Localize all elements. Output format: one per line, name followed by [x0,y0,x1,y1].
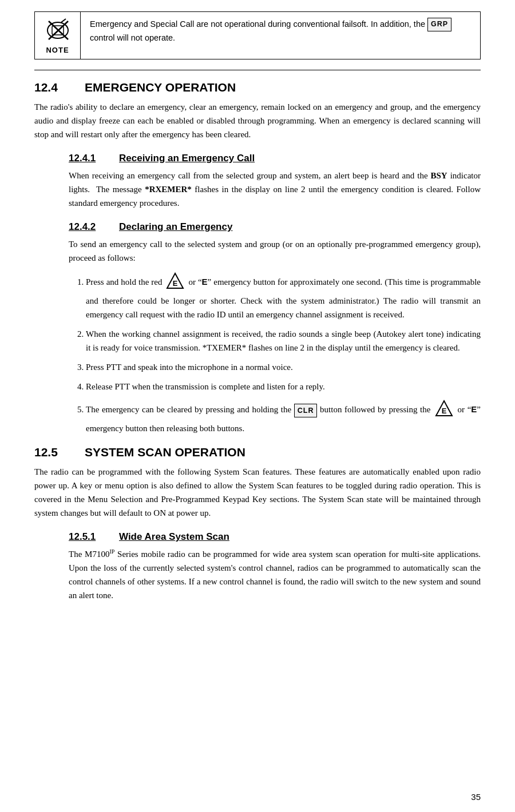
step-4: Release PTT when the transmission is com… [86,380,481,393]
section-12-4-2-title: Declaring an Emergency [119,221,232,233]
section-divider [34,70,481,70]
section-12-4-1-body: When receiving an emergency call from th… [34,169,481,210]
section-12-5-number: 12.5 [34,445,74,459]
step-1: Press and hold the red E or “E” emergenc… [86,272,481,321]
clr-key: CLR [294,404,318,417]
bsy-label: BSY [431,171,447,180]
section-12-4-1-title: Receiving an Emergency Call [119,153,255,164]
step-5: The emergency can be cleared by pressing… [86,399,481,435]
step-3: Press PTT and speak into the microphone … [86,360,481,374]
page-container: NOTE Emergency and Special Call are not … [0,0,515,812]
section-12-4-title: EMERGENCY OPERATION [85,81,236,94]
grp-key: GRP [427,18,451,31]
section-12-5-1-heading: 12.5.1 Wide Area System Scan [34,531,481,543]
rxemer-label: *RXEMER* [145,185,192,194]
note-icon-cell: NOTE [35,12,81,59]
section-12-5-1-title: Wide Area System Scan [119,531,229,543]
section-12-5-1-number: 12.5.1 [69,531,109,543]
svg-line-1 [61,19,66,22]
emergency-button-icon-2: E [435,399,453,421]
svg-text:E: E [442,407,447,415]
emergency-button-icon-1: E [166,272,184,294]
note-box: NOTE Emergency and Special Call are not … [34,11,481,59]
section-12-4-2-intro: To send an emergency call to the selecte… [34,237,481,265]
section-12-4-2-number: 12.4.2 [69,221,109,233]
section-12-4-2-heading: 12.4.2 Declaring an Emergency [34,221,481,233]
note-label: NOTE [46,46,69,54]
section-12-4-1-number: 12.4.1 [69,153,109,164]
section-12-5-body: The radio can be programmed with the fol… [34,465,481,520]
section-12-4-number: 12.4 [34,81,74,94]
step-2: When the working channel assignment is r… [86,327,481,355]
page-number: 35 [471,792,481,802]
note-text: Emergency and Special Call are not opera… [81,12,480,59]
steps-list: Press and hold the red E or “E” emergenc… [34,272,481,435]
note-icon [44,17,72,44]
svg-text:E: E [173,279,178,288]
section-12-4-body: The radio's ability to declare an emerge… [34,100,481,141]
section-12-5-heading: 12.5 SYSTEM SCAN OPERATION [34,445,481,459]
section-12-4-heading: 12.4 EMERGENCY OPERATION [34,81,481,94]
section-12-5-title: SYSTEM SCAN OPERATION [85,445,245,459]
section-12-4-1-heading: 12.4.1 Receiving an Emergency Call [34,153,481,164]
section-12-5-1-body: The M7100IP Series mobile radio can be p… [34,547,481,602]
